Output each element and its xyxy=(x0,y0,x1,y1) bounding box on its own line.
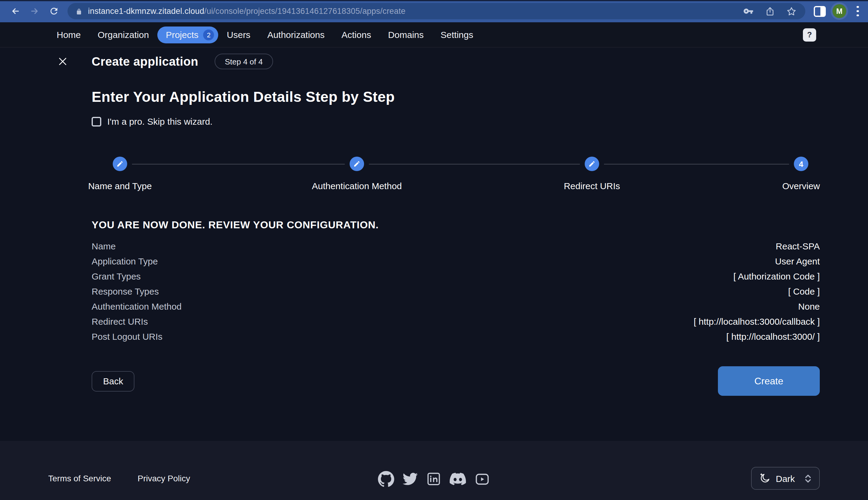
review-row-application-type: Application Type User Agent xyxy=(92,254,820,269)
close-icon xyxy=(57,56,68,67)
browser-reload-button[interactable] xyxy=(46,3,62,19)
nav-item-projects[interactable]: Projects 2 xyxy=(157,26,218,43)
url-path: /ui/console/projects/194136146127618305/… xyxy=(204,7,406,16)
row-value: None xyxy=(798,301,820,311)
browser-forward-button[interactable] xyxy=(26,3,42,19)
discord-link[interactable] xyxy=(450,471,466,487)
nav-item-actions[interactable]: Actions xyxy=(333,26,379,43)
step-2-circle[interactable] xyxy=(349,157,364,171)
review-heading: YOU ARE NOW DONE. REVIEW YOUR CONFIGURAT… xyxy=(92,219,820,231)
step-4-circle[interactable]: 4 xyxy=(794,157,808,171)
terms-of-service-link[interactable]: Terms of Service xyxy=(48,474,111,483)
url-bar[interactable]: instance1-dkmnzw.zitadel.cloud/ui/consol… xyxy=(67,3,805,19)
step-3-label: Redirect URIs xyxy=(564,181,620,191)
select-chevrons-icon xyxy=(804,473,812,484)
row-value: [ Authorization Code ] xyxy=(733,271,820,281)
browser-menu-icon[interactable] xyxy=(854,4,861,19)
row-label: Response Types xyxy=(92,286,159,296)
discord-icon xyxy=(450,471,466,487)
page-title: Create application xyxy=(92,55,198,68)
nav-item-domains[interactable]: Domains xyxy=(379,26,432,43)
youtube-icon xyxy=(475,471,490,487)
step-connector xyxy=(369,164,580,164)
footer: Terms of Service Privacy Policy Dark xyxy=(0,441,868,500)
row-value: [ Code ] xyxy=(788,286,820,296)
share-icon xyxy=(765,6,775,16)
skip-wizard-row[interactable]: I'm a pro. Skip this wizard. xyxy=(92,116,820,126)
lock-icon xyxy=(75,7,82,15)
star-icon xyxy=(786,6,797,16)
row-label: Redirect URIs xyxy=(92,316,148,327)
url-domain: instance1-dkmnzw.zitadel.cloud xyxy=(88,7,204,16)
nav-item-settings[interactable]: Settings xyxy=(432,26,482,43)
browser-avatar[interactable]: M xyxy=(833,4,846,18)
skip-wizard-checkbox[interactable] xyxy=(92,116,101,126)
share-button[interactable] xyxy=(764,5,776,17)
twitter-link[interactable] xyxy=(403,471,418,487)
nav-item-organization[interactable]: Organization xyxy=(89,26,157,43)
projects-count-badge: 2 xyxy=(203,29,214,40)
pencil-icon xyxy=(588,160,596,168)
twitter-icon xyxy=(403,471,418,487)
step-4-number: 4 xyxy=(799,159,803,168)
review-row-post-logout-uris: Post Logout URIs [ http://localhost:3000… xyxy=(92,329,820,344)
step-indicator-pill: Step 4 of 4 xyxy=(214,54,273,69)
bookmark-star-button[interactable] xyxy=(786,5,798,17)
help-button[interactable]: ? xyxy=(803,28,816,41)
step-1-label: Name and Type xyxy=(88,181,152,191)
browser-back-button[interactable] xyxy=(7,3,23,19)
row-value: User Agent xyxy=(775,256,820,266)
step-4-label: Overview xyxy=(782,181,820,191)
nav-item-users[interactable]: Users xyxy=(219,26,259,43)
skip-wizard-label: I'm a pro. Skip this wizard. xyxy=(107,116,212,126)
review-row-grant-types: Grant Types [ Authorization Code ] xyxy=(92,269,820,284)
row-label: Name xyxy=(92,241,116,251)
youtube-link[interactable] xyxy=(475,471,490,487)
github-icon xyxy=(378,471,394,487)
browser-chrome: instance1-dkmnzw.zitadel.cloud/ui/consol… xyxy=(0,0,868,22)
review-row-name: Name React-SPA xyxy=(92,239,820,254)
wizard-main: Create application Step 4 of 4 Enter You… xyxy=(0,48,868,441)
close-button[interactable] xyxy=(55,54,70,69)
step-2-label: Authentication Method xyxy=(312,181,402,191)
wizard-header: Create application Step 4 of 4 xyxy=(0,48,868,72)
step-connector xyxy=(604,164,789,164)
row-value: [ http://localhost:3000/callback ] xyxy=(693,316,820,327)
stepper: 4 Name and Type Authentication Method Re… xyxy=(92,157,820,194)
linkedin-icon xyxy=(426,471,441,487)
wizard-heading: Enter Your Application Details Step by S… xyxy=(92,89,820,105)
row-label: Application Type xyxy=(92,256,158,266)
social-links xyxy=(378,471,490,487)
review-row-redirect-uris: Redirect URIs [ http://localhost:3000/ca… xyxy=(92,314,820,329)
row-value: React-SPA xyxy=(776,241,820,251)
password-key-button[interactable] xyxy=(742,5,754,17)
theme-selector[interactable]: Dark xyxy=(751,467,820,490)
nav-item-authorizations[interactable]: Authorizations xyxy=(259,26,333,43)
back-arrow-icon xyxy=(10,6,20,16)
dark-mode-moon-icon xyxy=(759,473,770,484)
url-text: instance1-dkmnzw.zitadel.cloud/ui/consol… xyxy=(88,7,405,16)
pencil-icon xyxy=(116,160,124,168)
nav-item-label: Projects xyxy=(166,30,198,40)
pencil-icon xyxy=(353,160,360,168)
side-panel-icon[interactable] xyxy=(814,6,826,16)
step-3-circle[interactable] xyxy=(585,157,599,171)
nav-item-home[interactable]: Home xyxy=(48,26,89,43)
github-link[interactable] xyxy=(378,471,394,487)
review-table: Name React-SPA Application Type User Age… xyxy=(92,239,820,344)
wizard-actions: Back Create xyxy=(92,366,820,396)
review-row-authentication-method: Authentication Method None xyxy=(92,299,820,314)
key-icon xyxy=(743,6,753,16)
create-button[interactable]: Create xyxy=(718,366,820,396)
review-row-response-types: Response Types [ Code ] xyxy=(92,284,820,299)
reload-icon xyxy=(48,6,59,16)
console-nav: Home Organization Projects 2 Users Autho… xyxy=(0,22,868,48)
privacy-policy-link[interactable]: Privacy Policy xyxy=(138,474,190,483)
forward-arrow-icon xyxy=(29,6,40,16)
step-1-circle[interactable] xyxy=(113,157,127,171)
theme-label: Dark xyxy=(776,473,795,484)
linkedin-link[interactable] xyxy=(426,471,441,487)
back-button[interactable]: Back xyxy=(92,371,135,391)
row-label: Authentication Method xyxy=(92,301,182,311)
screen: instance1-dkmnzw.zitadel.cloud/ui/consol… xyxy=(0,0,868,500)
